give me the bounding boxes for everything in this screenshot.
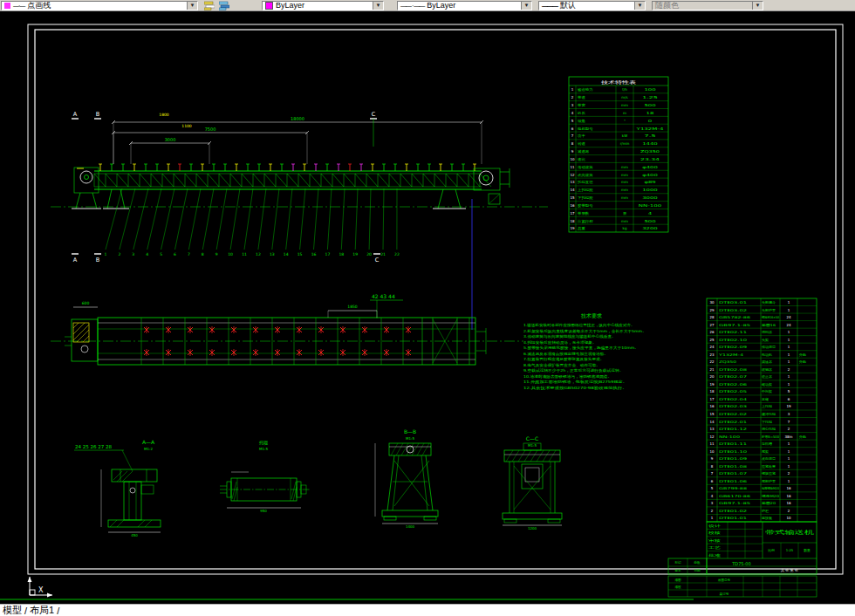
svg-text:外购: 外购	[799, 435, 806, 439]
model-space-canvas[interactable]: 1234567891011121314151617181920212230007…	[0, 11, 855, 604]
svg-text:装订号: 装订号	[720, 592, 729, 596]
svg-text:φ89: φ89	[644, 180, 656, 184]
svg-text:M1:5: M1:5	[259, 447, 268, 451]
svg-text:17: 17	[570, 211, 575, 216]
svg-text:层: 层	[623, 211, 626, 216]
svg-text:6.减速器及各润滑点按规定牌号加注润滑油脂。: 6.减速器及各润滑点按规定牌号加注润滑油脂。	[523, 352, 608, 356]
svg-text:1: 1	[788, 308, 790, 312]
svg-text:mm: mm	[621, 195, 628, 200]
svg-text:5: 5	[788, 389, 790, 394]
svg-text:4: 4	[648, 211, 653, 216]
color-combo[interactable]: ByLayer ▼	[262, 1, 384, 10]
bom-table: 30DTⅡ03.01头部漏斗129DTⅡ03.02头部护罩128GB5782-8…	[707, 298, 817, 522]
svg-text:18: 18	[570, 219, 575, 223]
lineweight-preview: ———	[542, 3, 557, 9]
svg-text:逆止器: 逆止器	[762, 374, 772, 379]
svg-text:缓冲托辊: 缓冲托辊	[762, 412, 776, 416]
svg-text:16: 16	[786, 494, 791, 498]
svg-text:25: 25	[709, 338, 715, 342]
svg-text:12: 12	[709, 435, 715, 439]
svg-text:13: 13	[570, 180, 575, 184]
svg-text:29: 29	[709, 308, 715, 312]
color-combo-label: ByLayer	[276, 1, 304, 10]
chevron-down-icon[interactable]: ▼	[521, 2, 531, 10]
svg-text:1: 1	[788, 300, 790, 305]
svg-text:1: 1	[788, 352, 790, 357]
svg-text:m/s: m/s	[621, 95, 627, 99]
svg-text:mm: mm	[621, 103, 628, 107]
svg-text:DTⅡ03.01: DTⅡ03.01	[719, 300, 748, 305]
object-properties-toolbar: —·— 点画线 ▼ ByLayer ▼ —— · —— ByLayer ▼ ——…	[0, 0, 855, 11]
tab-model[interactable]: 模型	[3, 604, 22, 616]
svg-text:7.拉紧装置行程应满足胶带张紧及接头要求。: 7.拉紧装置行程应满足胶带张紧及接头要求。	[523, 357, 604, 362]
svg-text:速比: 速比	[578, 157, 585, 161]
svg-text:10: 10	[709, 449, 715, 454]
svg-text:NN-100: NN-100	[639, 203, 662, 208]
svg-text:kW: kW	[622, 133, 627, 138]
svg-text:11: 11	[709, 441, 715, 446]
linetype2-preview: —— · ——	[400, 3, 424, 9]
svg-text:1: 1	[788, 441, 790, 446]
svg-text:22: 22	[709, 359, 715, 364]
revision-strip: 描图描校底图总号装订号	[668, 576, 817, 597]
svg-text:头架: 头架	[762, 338, 769, 342]
svg-text:16: 16	[570, 203, 575, 208]
chevron-down-icon[interactable]: ▼	[634, 2, 645, 10]
svg-text:4: 4	[711, 494, 714, 498]
svg-text:2: 2	[118, 252, 120, 257]
svg-text:GB5782-86: GB5782-86	[719, 315, 751, 319]
svg-text:技术特性表: 技术特性表	[601, 79, 636, 86]
svg-text:2: 2	[788, 509, 790, 513]
svg-text:9: 9	[215, 252, 218, 257]
svg-text:日期: 日期	[694, 569, 701, 572]
svg-text:标记: 标记	[674, 560, 681, 565]
linetype-control-combo[interactable]: —— · —— ByLayer ▼	[397, 1, 532, 10]
svg-text:°: °	[624, 119, 626, 123]
svg-text:3: 3	[132, 252, 134, 257]
svg-text:1850: 1850	[347, 305, 358, 309]
chevron-down-icon[interactable]: ▼	[187, 2, 197, 10]
svg-text:GB6170-86: GB6170-86	[719, 494, 751, 498]
make-layer-current-icon	[204, 1, 215, 10]
svg-text:18: 18	[709, 389, 715, 394]
svg-text:19: 19	[352, 252, 358, 257]
linetype-combo[interactable]: —·— 点画线 ▼	[1, 1, 198, 10]
layout-tab-bar: 模型 / 布局1 /	[0, 604, 855, 616]
svg-text:螺栓M16×50: 螺栓M16×50	[762, 315, 779, 319]
svg-text:5: 5	[711, 486, 714, 490]
spec-table: 技术特性表1输送能力t/h1002带速m/s1.253带宽mm5004机长m18…	[569, 77, 668, 232]
svg-text:3: 3	[711, 501, 714, 505]
make-layer-current-button[interactable]	[202, 0, 215, 10]
plotstyle-combo[interactable]: 随颜色 ▼	[652, 1, 763, 10]
svg-text:DTⅡ01.07: DTⅡ01.07	[719, 471, 748, 476]
tab-layout1[interactable]: 布局1	[30, 604, 54, 616]
svg-text:DTⅡ01.02: DTⅡ01.02	[719, 509, 748, 513]
svg-text:传动滚筒: 传动滚筒	[578, 165, 593, 169]
svg-text:DTⅡ02.02: DTⅡ02.02	[719, 412, 748, 416]
lineweight-combo[interactable]: ——— 默认 ▼	[538, 1, 646, 10]
svg-text:r/min: r/min	[620, 141, 630, 146]
svg-text:支腿: 支腿	[762, 397, 769, 401]
svg-text:上托辊距: 上托辊距	[577, 188, 593, 192]
layers-button[interactable]	[217, 0, 230, 10]
chevron-down-icon[interactable]: ▼	[373, 2, 383, 10]
svg-text:X: X	[38, 586, 44, 594]
svg-text:27: 27	[709, 323, 715, 327]
svg-text:导料槽: 导料槽	[762, 441, 772, 446]
svg-text:14: 14	[284, 252, 289, 257]
title-block: 设计校核审核工艺批准带式输送机比例1:25数量标记处数签字日期TD75-00共 …	[668, 522, 817, 574]
svg-text:11.外露加工面涂防锈油，包装发运按JB2759规定。: 11.外露加工面涂防锈油，包装发运按JB2759规定。	[523, 380, 627, 384]
svg-text:DTⅡ02.05: DTⅡ02.05	[719, 389, 748, 394]
svg-text:1: 1	[788, 464, 790, 469]
svg-text:mm: mm	[621, 219, 628, 223]
svg-text:450: 450	[131, 533, 138, 537]
svg-text:10: 10	[228, 252, 233, 257]
svg-text:16: 16	[786, 501, 791, 505]
svg-text:5: 5	[571, 119, 574, 123]
svg-text:胶带B=500: 胶带B=500	[762, 435, 780, 439]
svg-text:7: 7	[188, 252, 190, 257]
svg-text:950: 950	[260, 509, 267, 513]
svg-text:6: 6	[788, 397, 790, 401]
svg-text:拉紧装置: 拉紧装置	[761, 464, 776, 469]
cad-drawing[interactable]: 1234567891011121314151617181920212230007…	[0, 11, 855, 604]
